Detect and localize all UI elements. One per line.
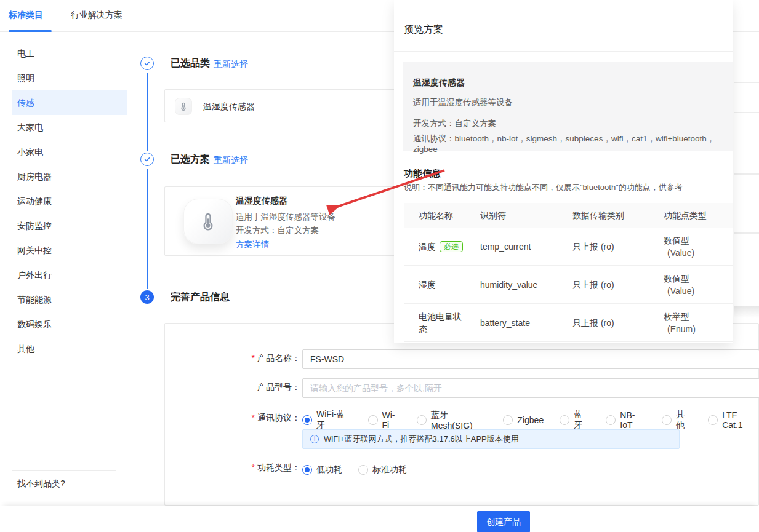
- dp-value-type: 枚举型(Enum): [664, 311, 733, 335]
- col-header: 数据传输类别: [572, 209, 664, 221]
- radio-label: 其他: [676, 409, 692, 431]
- form-footer: 创建产品: [0, 506, 759, 532]
- selected-category-name: 温湿度传感器: [203, 90, 255, 123]
- radio-circle-icon: [662, 415, 672, 425]
- sidebar-item-13[interactable]: 其他: [0, 336, 127, 361]
- step1-title: 已选品类: [171, 57, 210, 70]
- sidebar-item-3[interactable]: 传感: [12, 90, 127, 115]
- underlay-divider: [734, 173, 759, 175]
- required-asterisk: *: [252, 353, 255, 363]
- radio-circle-icon: [358, 465, 368, 475]
- col-header: 功能名称: [419, 209, 480, 221]
- sidebar-footer-link[interactable]: 找不到品类?: [17, 478, 65, 490]
- radio-option[interactable]: 标准功耗: [358, 464, 407, 475]
- step1-check-icon: [140, 57, 154, 70]
- product-info-form: *产品名称： 产品型号： *通讯协议： WiFi-蓝牙Wi-Fi蓝牙Mesh(S…: [164, 323, 759, 506]
- radio-label: Zigbee: [517, 415, 544, 425]
- radio-circle-icon: [417, 415, 427, 425]
- solution-desc: 适用于温湿度传感器等设备: [236, 212, 335, 223]
- product-model-input[interactable]: [302, 378, 759, 398]
- radio-option[interactable]: 蓝牙Mesh(SIG): [417, 410, 487, 431]
- tab-standard-category[interactable]: 标准类目: [9, 10, 43, 21]
- sidebar-item-4[interactable]: 大家电: [0, 115, 127, 140]
- solution-summary-box: 温湿度传感器 适用于温湿度传感器等设备 开发方式：自定义方案 通讯协议：blue…: [403, 62, 733, 151]
- function-table-header: 功能名称 识别符 数据传输类别 功能点类型: [404, 203, 733, 228]
- radio-option[interactable]: LTE Cat.1: [708, 410, 758, 430]
- radio-option[interactable]: NB-IoT: [606, 410, 646, 430]
- thermometer-icon: [175, 98, 192, 115]
- wifi-ble-info-banner: i WiFi+蓝牙联网方式，推荐搭配3.17.6以上APP版本使用: [302, 429, 680, 449]
- radio-circle-icon: [302, 415, 312, 425]
- sidebar-item-2[interactable]: 照明: [0, 66, 127, 90]
- sidebar-item-8[interactable]: 安防监控: [0, 213, 127, 238]
- table-row: 电池电量状态battery_state只上报 (ro)枚举型(Enum): [404, 304, 733, 342]
- radio-label: 蓝牙: [574, 409, 590, 431]
- protocol-label: *通讯协议：: [165, 413, 300, 424]
- thermometer-icon: [183, 199, 233, 244]
- radio-circle-icon: [302, 465, 312, 475]
- required-badge: 必选: [440, 241, 463, 252]
- category-sidebar: 电工照明传感大家电小家电厨房电器运动健康安防监控网关中控户外出行节能能源数码娱乐…: [0, 32, 127, 506]
- summary-dev-mode: 开发方式：自定义方案: [413, 118, 723, 129]
- dp-name: 电池电量状态: [419, 311, 467, 335]
- banner-text: WiFi+蓝牙联网方式，推荐搭配3.17.6以上APP版本使用: [324, 434, 519, 445]
- radio-option[interactable]: WiFi-蓝牙: [302, 409, 352, 431]
- radio-label: Wi-Fi: [382, 410, 401, 430]
- protocol-radio-group: WiFi-蓝牙Wi-Fi蓝牙Mesh(SIG)Zigbee蓝牙NB-IoT其他L…: [302, 413, 758, 427]
- summary-protocols: 通讯协议：bluetooth，nb-iot，sigmesh，subpieces，…: [413, 133, 723, 154]
- product-model-label: 产品型号：: [165, 382, 300, 393]
- sidebar-item-7[interactable]: 运动健康: [0, 189, 127, 213]
- radio-option[interactable]: 其他: [662, 409, 692, 431]
- radio-option[interactable]: Wi-Fi: [368, 410, 401, 430]
- create-product-button[interactable]: 创建产品: [477, 511, 530, 532]
- step1-reselect-link[interactable]: 重新选择: [214, 59, 248, 70]
- radio-circle-icon: [503, 415, 513, 425]
- preview-divider: [394, 51, 733, 52]
- dp-transfer-type: 只上报 (ro): [572, 317, 664, 329]
- dp-name: 湿度: [419, 279, 436, 291]
- sidebar-divider: [12, 470, 116, 471]
- function-table-body: 温度必选temp_current只上报 (ro)数值型(Value)湿度humi…: [404, 228, 733, 342]
- table-row: 温度必选temp_current只上报 (ro)数值型(Value): [404, 228, 733, 266]
- sidebar-item-1[interactable]: 电工: [0, 41, 127, 66]
- tab-industry-solution[interactable]: 行业解决方案: [71, 10, 122, 21]
- sidebar-item-6[interactable]: 厨房电器: [0, 164, 127, 189]
- radio-option[interactable]: 低功耗: [302, 464, 342, 475]
- summary-name: 温湿度传感器: [413, 77, 723, 89]
- table-row: 湿度humidity_value只上报 (ro)数值型(Value): [404, 266, 733, 304]
- dp-identifier: temp_current: [480, 240, 572, 253]
- step2-reselect-link[interactable]: 重新选择: [214, 155, 248, 166]
- step3-title: 完善产品信息: [171, 291, 230, 304]
- required-asterisk: *: [252, 463, 255, 472]
- power-radio-group: 低功耗标准功耗: [302, 463, 407, 477]
- power-type-label: *功耗类型：: [165, 463, 300, 474]
- radio-option[interactable]: 蓝牙: [560, 409, 590, 431]
- summary-desc: 适用于温湿度传感器等设备: [413, 97, 723, 108]
- dp-transfer-type: 只上报 (ro): [572, 279, 664, 291]
- solution-dev-mode: 开发方式：自定义方案: [236, 225, 319, 236]
- function-info-note: 说明：不同通讯能力可能支持功能点不同，仅展示"bluetooth"的功能点，供参…: [404, 182, 683, 193]
- radio-label: 蓝牙Mesh(SIG): [431, 410, 487, 431]
- product-name-input[interactable]: [302, 349, 759, 369]
- dp-value-type: 数值型(Value): [664, 272, 733, 297]
- sidebar-item-9[interactable]: 网关中控: [0, 238, 127, 263]
- function-table: 功能名称 识别符 数据传输类别 功能点类型 温度必选temp_current只上…: [404, 203, 733, 342]
- product-name-label: *产品名称：: [165, 353, 300, 364]
- sidebar-item-11[interactable]: 节能能源: [0, 287, 127, 312]
- radio-circle-icon: [606, 415, 616, 425]
- step3-number-badge: 3: [140, 290, 154, 304]
- radio-option[interactable]: Zigbee: [503, 415, 544, 425]
- underlay-divider: [734, 112, 759, 113]
- step-connector-2: [147, 169, 148, 289]
- radio-label: 标准功耗: [372, 464, 407, 475]
- solution-detail-link[interactable]: 方案详情: [236, 239, 269, 250]
- sidebar-item-5[interactable]: 小家电: [0, 140, 127, 164]
- radio-label: 低功耗: [316, 464, 342, 475]
- dp-value-type: 数值型(Value): [664, 234, 733, 259]
- col-header: 功能点类型: [664, 209, 733, 221]
- sidebar-item-10[interactable]: 户外出行: [0, 263, 127, 287]
- dp-transfer-type: 只上报 (ro): [572, 240, 664, 253]
- sidebar-item-12[interactable]: 数码娱乐: [0, 312, 127, 336]
- col-header: 识别符: [480, 209, 572, 221]
- underlay-divider: [734, 232, 759, 234]
